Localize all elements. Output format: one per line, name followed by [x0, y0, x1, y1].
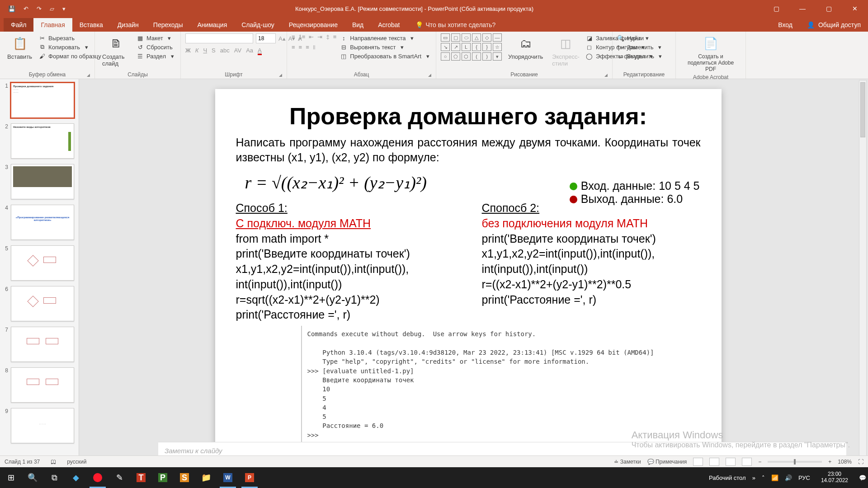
task-view-button[interactable]: ⧉ — [43, 467, 65, 488]
thumbnail-5[interactable]: 5 — [3, 245, 76, 281]
tray-up-icon[interactable]: ˄ — [762, 474, 765, 481]
tray-desktop-label[interactable]: Рабочий стол — [709, 474, 746, 481]
tab-insert[interactable]: Вставка — [72, 18, 110, 32]
case-button[interactable]: Aa — [246, 47, 253, 54]
find-button[interactable]: 🔍Найти — [617, 34, 664, 42]
underline-button[interactable]: Ч — [203, 47, 207, 54]
taskbar-app-pen[interactable]: ✎ — [108, 467, 130, 488]
dialog-launcher-icon[interactable]: ◢ — [87, 73, 90, 77]
minimize-icon[interactable]: — — [789, 0, 816, 17]
shapes-gallery[interactable]: ▭▢⬭△◇— ↘↗L{}☆ ○⬠⬡()▾ — [441, 33, 502, 61]
redo-icon[interactable]: ↷ — [37, 5, 42, 12]
slide-thumbnails-pane[interactable]: 1Проверка домашнего задания………… 2Назовит… — [0, 79, 79, 461]
notes-toggle[interactable]: ≐ Заметки — [614, 459, 641, 465]
tray-clock[interactable]: 23:0014.07.2022 — [816, 471, 853, 484]
share-button[interactable]: 👤Общий доступ — [800, 18, 868, 32]
taskbar-app-powerpoint[interactable]: P — [239, 467, 260, 488]
align-text-button[interactable]: ⊟Выровнять текст▾ — [340, 43, 431, 51]
new-slide-button[interactable]: 🗎Создать слайд — [99, 33, 133, 68]
zoom-in-button[interactable]: + — [828, 459, 831, 465]
slide-canvas[interactable]: Проверка домашнего задания: Написать про… — [215, 89, 722, 461]
format-painter-button[interactable]: 🖌Формат по образцу — [38, 52, 101, 60]
thumbnail-6[interactable]: 6 — [3, 286, 76, 321]
tab-acrobat[interactable]: Acrobat — [371, 18, 407, 32]
zoom-level[interactable]: 108% — [838, 459, 852, 465]
save-icon[interactable]: 💾 — [8, 5, 15, 12]
qat-more-icon[interactable]: ▾ — [62, 5, 66, 12]
line-spacing-button[interactable]: ‡ — [326, 33, 329, 40]
tab-review[interactable]: Рецензирование — [282, 18, 345, 32]
tray-volume-icon[interactable]: 🔊 — [785, 474, 792, 481]
dialog-launcher-icon[interactable]: ◢ — [428, 73, 431, 77]
sign-in[interactable]: Вход — [771, 18, 800, 32]
tab-design[interactable]: Дизайн — [110, 18, 146, 32]
quick-styles-button[interactable]: ◫Экспресс-стили — [549, 33, 582, 68]
tab-transitions[interactable]: Переходы — [146, 18, 190, 32]
slide-stage[interactable]: Проверка домашнего задания: Написать про… — [79, 79, 857, 461]
undo-icon[interactable]: ↶ — [24, 5, 28, 12]
taskbar-app-s[interactable]: S — [174, 467, 195, 488]
ribbon-options-icon[interactable]: ▢ — [763, 0, 789, 17]
thumbnail-1[interactable]: 1Проверка домашнего задания………… — [3, 83, 76, 118]
italic-button[interactable]: К — [195, 47, 199, 54]
select-button[interactable]: ▭Выделить▾ — [617, 52, 664, 60]
font-color-button[interactable]: A — [258, 47, 262, 54]
strike-button[interactable]: S — [212, 47, 216, 54]
thumbnail-8[interactable]: 8 — [3, 367, 76, 403]
close-icon[interactable]: ✕ — [842, 0, 868, 17]
thumbnail-3[interactable]: 3 — [3, 164, 76, 199]
taskbar-app-edge[interactable]: ◆ — [65, 467, 87, 488]
indent-dec-button[interactable]: ⇤ — [309, 33, 314, 40]
tab-view[interactable]: Вид — [345, 18, 371, 32]
tray-lang[interactable]: РУС — [798, 474, 810, 481]
columns-button[interactable]: ⫴ — [313, 44, 316, 51]
tray-chevron-icon[interactable]: » — [752, 474, 755, 481]
cut-button[interactable]: ✂Вырезать — [38, 34, 101, 42]
taskbar-app-t[interactable]: T — [130, 467, 152, 488]
numbering-button[interactable]: 1≡ — [299, 33, 306, 40]
language-status[interactable]: русский — [67, 459, 86, 465]
tray-network-icon[interactable]: 📶 — [771, 474, 778, 481]
font-name-input[interactable] — [185, 33, 253, 43]
zoom-slider[interactable] — [768, 461, 822, 463]
tab-slideshow[interactable]: Слайд-шоу — [234, 18, 282, 32]
thumbnail-4[interactable]: 4«Программирование разветвляющихся алгор… — [3, 205, 76, 240]
fit-button[interactable]: ⛶ — [858, 459, 863, 465]
paste-button[interactable]: 📋Вставить — [5, 33, 35, 61]
dialog-launcher-icon[interactable]: ◢ — [279, 73, 282, 77]
view-sorter-button[interactable] — [709, 458, 719, 466]
tab-file[interactable]: Файл — [4, 18, 33, 32]
taskbar-app-explorer[interactable]: 📁 — [195, 467, 217, 488]
thumbnail-9[interactable]: 9. . . . . — [3, 408, 76, 443]
smartart-button[interactable]: ◫Преобразовать в SmartArt▾ — [340, 52, 431, 60]
justify-button[interactable]: ≡ — [306, 44, 309, 51]
layout-button[interactable]: ▦Макет▾ — [137, 34, 176, 42]
view-reading-button[interactable] — [726, 458, 736, 466]
acrobat-pdf-button[interactable]: 📄Создать и поделиться Adobe PDF — [680, 33, 741, 73]
taskbar-app-p[interactable]: P — [152, 467, 174, 488]
bold-button[interactable]: Ж — [185, 47, 191, 54]
maximize-icon[interactable]: ▢ — [816, 0, 842, 17]
tab-home[interactable]: Главная — [33, 18, 72, 32]
align-right-button[interactable]: ≡ — [299, 44, 302, 51]
dialog-launcher-icon[interactable]: ◢ — [604, 73, 608, 77]
indent-inc-button[interactable]: ⇥ — [317, 33, 322, 40]
bullets-button[interactable]: ≡ — [292, 33, 295, 40]
tab-animation[interactable]: Анимация — [190, 18, 235, 32]
slide-counter[interactable]: Слайд 1 из 37 — [5, 459, 40, 465]
search-button[interactable]: 🔍 — [22, 467, 43, 488]
view-slideshow-button[interactable] — [742, 458, 752, 466]
font-size-input[interactable] — [256, 33, 276, 43]
reset-button[interactable]: ↺Сбросить — [137, 43, 176, 51]
view-normal-button[interactable] — [693, 458, 703, 466]
spacing-button[interactable]: AV — [234, 47, 241, 54]
align-center-button[interactable]: ≡ — [292, 44, 295, 51]
shadow-button[interactable]: abc — [220, 47, 230, 54]
text-direction-button[interactable]: ↕Направление текста▾ — [340, 34, 431, 42]
tell-me[interactable]: 💡Что вы хотите сделать? — [407, 18, 504, 32]
vertical-scrollbar[interactable] — [857, 79, 868, 461]
thumbnail-2[interactable]: 2Назовите виды алгоритмов — [3, 123, 76, 159]
arrange-button[interactable]: 🗂Упорядочить — [505, 33, 546, 61]
thumbnail-7[interactable]: 7 — [3, 327, 76, 362]
zoom-out-button[interactable]: − — [758, 459, 761, 465]
